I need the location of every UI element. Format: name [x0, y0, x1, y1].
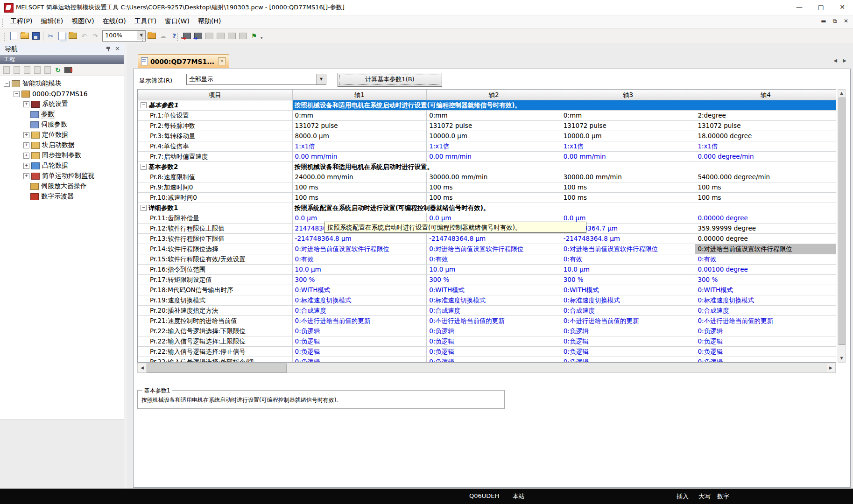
value-cell[interactable]: 0:合成速度 — [695, 306, 836, 316]
value-cell[interactable]: 0:标准速度切换模式 — [427, 295, 561, 306]
expand-icon[interactable]: + — [23, 163, 29, 169]
tree-item[interactable]: +块启动数据 — [0, 140, 124, 150]
tree-item[interactable]: +简单运动控制监视 — [0, 171, 124, 181]
tab-scroll-left-icon[interactable]: ◀ — [833, 58, 837, 63]
value-cell[interactable]: 0:不进行进给当前值的更新 — [427, 316, 561, 326]
group-description-cell[interactable]: 按照系统配置在系统启动时进行设置(可编程控制器就绪信号时有效)。 — [293, 203, 836, 213]
value-cell[interactable]: 0:标准速度切换模式 — [561, 295, 696, 306]
value-cell[interactable]: 300 % — [561, 275, 696, 285]
column-header-item[interactable]: 项目 — [138, 90, 293, 100]
column-header-axis2[interactable]: 轴2 — [427, 90, 561, 100]
value-cell[interactable]: 1:x1倍 — [695, 141, 836, 152]
value-cell[interactable]: 0:对进给当前值设置软件行程限位 — [293, 244, 427, 254]
param-row-label[interactable]: Pr.9:加速时间0 — [138, 182, 293, 193]
value-cell[interactable]: 131072 pulse — [427, 121, 561, 131]
display-filter-select[interactable]: 全部显示 ▼ — [186, 74, 326, 85]
tab-parameter-editor[interactable]: 0000:QD77MS1... × — [138, 54, 229, 68]
value-cell[interactable]: 10000.0 μm — [427, 131, 561, 141]
expand-icon[interactable]: + — [23, 173, 29, 179]
column-header-axis4[interactable]: 轴4 — [695, 90, 836, 100]
value-cell[interactable]: 18.00000 degree — [695, 131, 836, 141]
maximize-button[interactable]: ▢ — [810, 0, 832, 15]
value-cell[interactable]: 0:负逻辑 — [695, 326, 836, 336]
value-cell[interactable]: 24000.00 mm/min — [293, 172, 427, 182]
value-cell[interactable]: 100 ms — [427, 182, 561, 193]
open-project-button[interactable] — [20, 31, 30, 41]
menu-online[interactable]: 在线(O) — [99, 15, 130, 28]
value-cell[interactable]: 300 % — [293, 275, 427, 285]
value-cell[interactable]: 0:WITH模式 — [293, 285, 427, 295]
panel-splitter[interactable] — [124, 43, 127, 489]
tree-item[interactable]: 参数 — [0, 109, 124, 119]
menu-window[interactable]: 窗口(W) — [161, 15, 194, 28]
value-cell[interactable]: 0:负逻辑 — [695, 357, 836, 363]
value-cell[interactable]: 2:degree — [695, 111, 836, 121]
value-cell[interactable]: 0:负逻辑 — [561, 347, 696, 357]
paste-button[interactable] — [68, 31, 78, 41]
value-cell[interactable]: 0:负逻辑 — [561, 326, 696, 336]
value-cell[interactable]: 0:不进行进给当前值的更新 — [293, 316, 427, 326]
param-row-label[interactable]: Pr.10:减速时间0 — [138, 193, 293, 203]
value-cell[interactable]: 0:mm — [427, 111, 561, 121]
mdi-restore-icon[interactable]: ⧉ — [830, 18, 840, 24]
param-row-label[interactable]: Pr.4:单位倍率 — [138, 141, 293, 152]
value-cell[interactable]: 0.00000 degree — [695, 234, 836, 244]
mdi-minimize-icon[interactable]: ▬ — [818, 18, 829, 24]
param-row-label[interactable]: Pr.19:速度切换模式 — [138, 295, 293, 306]
toolbar-overflow-icon[interactable]: ▾ — [261, 35, 263, 40]
value-cell[interactable]: 131072 pulse — [695, 121, 836, 131]
close-icon[interactable]: × — [115, 45, 120, 52]
value-cell[interactable]: 359.99999 degree — [695, 224, 836, 234]
scroll-right-icon[interactable]: ▶ — [827, 364, 835, 372]
value-cell[interactable]: 8000.0 μm — [293, 131, 427, 141]
tree-item[interactable]: 数字示波器 — [0, 191, 124, 202]
value-cell[interactable]: 0:不进行进给当前值的更新 — [561, 316, 696, 326]
value-cell[interactable]: 1:x1倍 — [561, 141, 696, 152]
param-row-label[interactable]: Pr.16:指令到位范围 — [138, 265, 293, 275]
new-project-button[interactable] — [8, 31, 19, 41]
param-row-label[interactable]: Pr.21:速度控制时的进给当前值 — [138, 316, 293, 326]
mdi-close-icon[interactable]: ✕ — [841, 18, 851, 24]
value-cell[interactable]: 0:有效 — [427, 254, 561, 265]
value-cell[interactable]: 0:标准速度切换模式 — [293, 295, 427, 306]
tree-item[interactable]: +定位数据 — [0, 130, 124, 140]
value-cell[interactable]: 100 ms — [427, 193, 561, 203]
value-cell[interactable]: 0:负逻辑 — [293, 326, 427, 336]
value-cell[interactable]: -214748364.8 μm — [293, 234, 427, 244]
vertical-scrollbar[interactable]: ▲ ▼ — [838, 89, 846, 363]
horizontal-scroll-thumb[interactable] — [147, 364, 287, 373]
expand-icon[interactable]: + — [23, 153, 29, 159]
value-cell[interactable]: 0:负逻辑 — [293, 336, 427, 347]
expand-icon[interactable]: + — [23, 132, 29, 138]
value-cell[interactable]: 0:标准速度切换模式 — [695, 295, 836, 306]
tree-tool-button-4[interactable] — [33, 65, 42, 75]
param-row-label[interactable]: Pr.22:输入信号逻辑选择:外部指令/切 — [138, 357, 293, 363]
tree-tool-button-5[interactable] — [43, 65, 52, 75]
collapse-icon[interactable]: − — [141, 205, 147, 211]
pin-icon[interactable] — [106, 47, 111, 51]
menu-help[interactable]: 帮助(H) — [194, 15, 225, 28]
value-cell[interactable]: -214748364.8 μm — [427, 234, 561, 244]
value-cell[interactable]: 0.00000 degree — [695, 213, 836, 224]
vertical-scroll-thumb[interactable] — [839, 98, 846, 345]
module-config-button[interactable] — [147, 31, 157, 41]
value-cell[interactable]: 300 % — [695, 275, 836, 285]
tree-item[interactable]: −0000:QD77MS16 — [0, 89, 124, 99]
value-cell[interactable]: 300 % — [427, 275, 561, 285]
menu-edit[interactable]: 编辑(E) — [36, 15, 67, 28]
column-header-axis3[interactable]: 轴3 — [561, 90, 696, 100]
expand-icon[interactable]: + — [23, 101, 29, 107]
value-cell[interactable]: 0:有效 — [293, 254, 427, 265]
param-row-label[interactable]: Pr.13:软件行程限位下限值 — [138, 234, 293, 244]
value-cell[interactable]: 0:对进给当前值设置软件行程限位 — [695, 244, 836, 254]
param-row-label[interactable]: Pr.7:启动时偏置速度 — [138, 152, 293, 162]
value-cell[interactable]: 0:负逻辑 — [427, 326, 561, 336]
param-row-label[interactable]: Pr.8:速度限制值 — [138, 172, 293, 182]
scroll-left-icon[interactable]: ◀ — [138, 364, 146, 372]
value-cell[interactable]: 0:有效 — [561, 254, 696, 265]
read-from-module-button[interactable]: ➜ — [193, 31, 203, 41]
value-cell[interactable]: 0:有效 — [695, 254, 836, 265]
monitor-button-4[interactable] — [238, 31, 248, 41]
column-header-axis1[interactable]: 轴1 — [293, 90, 427, 100]
group-description-cell[interactable]: 按照机械设备和适用电机在系统启动时进行设置。 — [293, 162, 836, 172]
